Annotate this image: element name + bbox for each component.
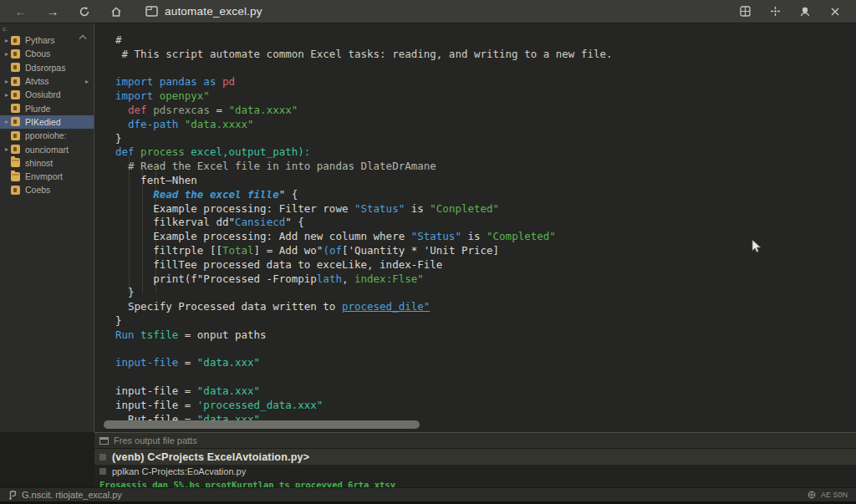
sidebar-item[interactable]: ▸PIKedied [0, 115, 94, 129]
sidebar-item[interactable]: pporoiohe: [0, 129, 94, 142]
code-token: "Status" [411, 230, 461, 242]
code-line[interactable]: # [115, 33, 613, 48]
terminal-lines[interactable]: (venb) C<Projects ExcelAvtoiation.py>ppl… [94, 449, 856, 491]
code-token: Example processing: Filter rowe [115, 202, 354, 215]
panel-header[interactable]: Fres output file patts [94, 433, 856, 449]
code-token: " { [285, 216, 304, 228]
doc-icon [11, 131, 20, 140]
code-line[interactable]: # Read the Excel file in into pandas Dla… [115, 160, 613, 174]
terminal-line: pplkan C-Projects:EoAcvation.py [94, 465, 856, 478]
code-token: "Conpleted" [430, 202, 499, 215]
code-line[interactable]: input-file = "data.xxx" [115, 384, 613, 399]
code-token: (of [323, 244, 342, 257]
expand-arrow-icon: ▸ [3, 145, 11, 153]
code-line[interactable]: fillTee processed data to exceLike, inde… [115, 258, 613, 272]
code-line[interactable]: input-file = "data.xxx" [115, 356, 613, 370]
code-token: Read the excel fille [153, 188, 279, 201]
code-line[interactable]: print(f"Processed -Frompiplath, index:Fl… [115, 272, 613, 287]
sidebar-item[interactable]: ▸ounciomart [0, 142, 94, 155]
sidebar-item-label: Ddsrorpas [25, 63, 65, 73]
code-line[interactable]: fent—Nhen [115, 174, 613, 188]
code-line[interactable]: import pandas as pd [115, 75, 613, 89]
horizontal-scrollbar-thumb[interactable] [104, 420, 420, 429]
status-left-item[interactable]: G.nscit. rtiojate_excal.py [8, 490, 122, 500]
code-token: tsfile [140, 328, 178, 341]
code-token: print(f"Processed -Frompip [115, 272, 317, 285]
code-line[interactable]: } [115, 286, 613, 300]
code-line[interactable]: Read the excel fille" { [115, 188, 613, 202]
prompt-icon [99, 454, 106, 461]
back-icon[interactable]: ← [10, 3, 32, 21]
sidebar-item[interactable]: Ddsrorpas [0, 61, 94, 74]
sidebar-item[interactable]: ▸Oosiubrd [0, 88, 94, 101]
sidebar-item-label: Atvtss [25, 76, 49, 86]
panel-header-text: Fres output file patts [114, 435, 197, 445]
code-token: procesed_dile" [342, 300, 430, 313]
code-line[interactable]: dfe-path "data.xxxx" [115, 118, 613, 132]
expand-arrow-icon: ▸ [3, 118, 11, 125]
sync-icon [808, 491, 816, 499]
code-token: "data.xxxx" [185, 118, 254, 130]
code-line[interactable]: # This script automate common Excel task… [115, 48, 613, 62]
expand-arrow-icon: ▸ [3, 78, 11, 85]
output-panel: Fres output file patts (venb) C<Projects… [94, 432, 856, 487]
account-icon[interactable] [794, 3, 816, 21]
expand-arrow-icon: ▸ [3, 37, 11, 44]
code-line[interactable] [115, 62, 613, 76]
code-line[interactable]: Specify Processed data written to proces… [115, 300, 613, 314]
status-left-text: G.nscit. rtiojate_excal.py [22, 490, 122, 500]
code-token: process [140, 145, 191, 158]
code-line[interactable]: input-file = 'processed_data.xxx" [115, 399, 613, 413]
terminal-line: (venb) C<Projects ExcelAvtoiation.py> [94, 449, 856, 465]
code-line[interactable]: } [115, 314, 613, 328]
home-glyph [110, 6, 122, 18]
sidebar-item[interactable]: ▸Cbous [0, 47, 94, 60]
doc-icon [11, 104, 20, 113]
prompt-icon [99, 468, 106, 475]
code-line[interactable]: Example processing: Filter rowe "Status"… [115, 202, 613, 216]
code-token: excel,output_path): [191, 145, 310, 158]
code-token: import pandas as [115, 75, 222, 88]
reload-icon[interactable] [74, 3, 95, 21]
sidebar-item[interactable]: ▸Atvtss▸ [0, 74, 94, 88]
sidebar-item[interactable]: Envmport [0, 170, 94, 183]
sidebar-item-label: Pythars [25, 35, 55, 45]
code-line[interactable]: Run tsfile = onput paths [115, 328, 613, 343]
settings-icon[interactable] [764, 3, 786, 21]
code-token [115, 188, 153, 201]
branch-icon [8, 491, 18, 500]
code-editor[interactable]: # # This script automate common Excel ta… [95, 23, 856, 432]
forward-icon[interactable]: → [42, 3, 64, 21]
doc-icon [11, 117, 20, 126]
file-tab[interactable]: automate_excel.py [145, 5, 262, 18]
code-line[interactable]: Example processing: Add new column where… [115, 230, 613, 244]
code-line[interactable]: } [115, 132, 613, 146]
code-token: dfe-path [128, 118, 185, 130]
terminal-text: (venb) C<Projects ExcelAvtoiation.py> [112, 451, 309, 463]
grid-icon[interactable] [734, 3, 756, 21]
sidebar: c. ▸Pythars▸CbousDdsrorpas▸Atvtss▸▸Oosiu… [0, 23, 94, 432]
sidebar-item[interactable]: Coebs [0, 183, 94, 196]
panel-left-gutter [0, 432, 94, 487]
code-token: "data.xxx" [197, 356, 260, 369]
code-token: input-file = [115, 399, 197, 411]
code-line[interactable]: filtrple [[Total] = Add wo"(of['Quantity… [115, 244, 613, 258]
code-line[interactable] [115, 370, 613, 384]
sidebar-item-label: Coebs [25, 185, 50, 195]
doc-icon [11, 186, 20, 195]
sidebar-item[interactable]: shinost [0, 156, 94, 170]
code-token: input-file [115, 356, 178, 369]
sidebar-item-label: Cbous [25, 48, 50, 59]
code-line[interactable] [115, 343, 613, 357]
sidebar-item[interactable]: Plurde [0, 101, 94, 115]
home-icon[interactable] [105, 3, 127, 21]
close-icon[interactable] [824, 3, 846, 21]
code-token: = [178, 356, 197, 369]
sidebar-item[interactable]: ▸Pythars [0, 33, 94, 47]
code-token [115, 104, 128, 116]
code-line[interactable]: import openpyx" [115, 89, 613, 104]
code-line[interactable]: def process excel,output_path): [115, 145, 613, 160]
status-right-item[interactable]: AE S0N [808, 491, 848, 499]
code-line[interactable]: def pdsrexcas = "data.xxxx" [115, 104, 613, 118]
code-line[interactable]: filkerval dd"Cansiecd" { [115, 216, 613, 230]
